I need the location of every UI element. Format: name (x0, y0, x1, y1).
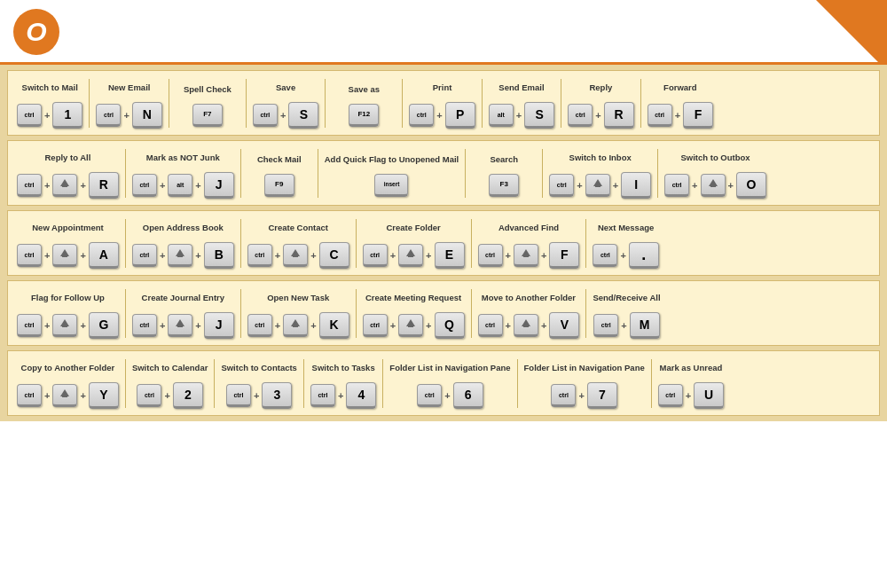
shortcut-item: Switch to Outboxctrl++O (661, 145, 770, 200)
fn-key: F12 (349, 104, 379, 127)
shortcut-item: Folder List in Navigation Panectrl+6 (386, 356, 514, 411)
keys-row: ctrl++K (247, 312, 349, 339)
keys-row: insert (374, 174, 408, 197)
shortcut-item: SearchF3 (468, 147, 539, 199)
shortcut-item: Create Contactctrl++C (244, 216, 353, 270)
ctrl-key: ctrl (658, 384, 683, 407)
shortcut-label: Switch to Mail (22, 77, 78, 98)
keys-row: ctrl++Y (17, 382, 119, 409)
keys-row: ctrl++E (363, 242, 465, 269)
plus-symbol: + (194, 250, 201, 261)
letter-key: 1 (52, 102, 82, 129)
shortcut-item: Advanced Findctrl++F (475, 216, 584, 270)
ctrl-key: ctrl (132, 314, 157, 337)
ctrl-key: ctrl (17, 104, 42, 127)
plus-symbol: + (425, 250, 432, 261)
shortcut-item: Switch to Mailctrl+1 (13, 75, 86, 130)
separator (657, 149, 658, 198)
keys-row: alt+S (489, 102, 554, 129)
logo-letter: O (26, 19, 46, 45)
shortcut-item: Spell CheckF7 (172, 77, 243, 129)
plus-symbol: + (594, 110, 601, 121)
shortcut-label: Search (490, 149, 518, 170)
ctrl-key: ctrl (17, 244, 42, 267)
shortcut-label: New Appointment (32, 217, 103, 239)
plus-symbol: + (310, 250, 317, 261)
letter-key: S (524, 102, 554, 129)
keys-row: ctrl++A (17, 242, 119, 269)
shortcut-item: Send/Receive Allctrl+M (589, 286, 663, 341)
ctrl-key: ctrl (247, 244, 272, 267)
ctrl-key: ctrl (17, 314, 42, 337)
separator (125, 219, 126, 268)
plus-symbol: + (310, 320, 317, 331)
ctrl-key: ctrl (17, 384, 42, 407)
fn-key: F7 (192, 104, 223, 127)
keys-row: ctrl+U (658, 382, 724, 409)
plus-symbol: + (43, 250, 51, 261)
shortcut-item: Switch to Calendarctrl+2 (129, 356, 212, 411)
letter-key: S (288, 102, 318, 129)
keys-row: ctrl+R (568, 102, 633, 129)
ctrl-key: ctrl (551, 384, 576, 407)
shortcut-item: Forwardctrl+F (644, 75, 717, 130)
shortcut-item: Replyctrl+R (564, 75, 637, 130)
shortcut-label: New Email (108, 77, 151, 98)
shift-key (52, 244, 77, 267)
shortcut-row-2: Reply to Allctrl++RMark as NOT Junkctrl+… (7, 140, 880, 206)
plus-symbol: + (194, 320, 201, 331)
shortcut-label: Create Journal Entry (142, 287, 224, 309)
shortcut-label: Print (433, 77, 452, 98)
keys-row: ctrl+4 (310, 382, 376, 409)
shortcut-item: Switch to Inboxctrl++I (546, 145, 655, 200)
letter-key: 2 (173, 382, 203, 409)
keys-row: F9 (264, 174, 294, 197)
shift-key (514, 244, 538, 267)
shortcut-label: Open Address Book (143, 217, 224, 239)
ctrl-key: ctrl (549, 174, 574, 197)
shortcut-label: Switch to Calendar (132, 357, 208, 379)
shortcut-label: Switch to Tasks (312, 357, 375, 379)
shortcut-label: Save (276, 77, 295, 98)
keys-row: ctrl+alt+J (132, 172, 234, 199)
ctrl-key: ctrl (247, 314, 272, 337)
separator (382, 359, 383, 408)
ctrl-key: ctrl (96, 104, 121, 127)
letter-key: 6 (453, 382, 483, 409)
letter-key: M (630, 312, 660, 339)
shortcut-label: Create Contact (268, 217, 328, 239)
separator (125, 359, 126, 408)
keys-row: ctrl++I (549, 172, 651, 199)
shortcut-label: Add Quick Flag to Unopened Mail (325, 149, 459, 170)
separator (542, 149, 543, 198)
letter-key: E (435, 242, 465, 269)
insert-key: insert (374, 174, 408, 197)
shortcut-label: Next Message (598, 217, 654, 239)
shift-key (168, 244, 192, 267)
plus-symbol: + (540, 320, 547, 331)
letter-key: B (204, 242, 234, 269)
shortcut-label: Move to Another Folder (482, 287, 576, 309)
separator (471, 289, 472, 338)
shortcut-label: Copy to Another Folder (21, 357, 115, 379)
shortcut-item: Open New Taskctrl++K (244, 286, 353, 341)
shortcut-label: Mark as NOT Junk (146, 147, 220, 169)
plus-symbol: + (425, 320, 432, 331)
separator (465, 149, 466, 198)
shortcut-label: Reply (589, 77, 612, 98)
keys-row: ctrl++C (247, 242, 349, 269)
separator (356, 289, 357, 338)
ctrl-key: ctrl (478, 244, 503, 267)
letter-key: J (204, 172, 234, 199)
shortcut-row-5: Copy to Another Folderctrl++YSwitch to C… (7, 350, 880, 416)
keys-row: ctrl++G (17, 312, 119, 339)
shortcut-label: Folder List in Navigation Pane (389, 357, 510, 379)
main-content: Switch to Mailctrl+1New Emailctrl+NSpell… (0, 65, 887, 421)
keys-row: ctrl+. (593, 242, 658, 269)
ctrl-key: ctrl (137, 384, 161, 407)
plus-symbol: + (540, 250, 547, 261)
letter-key: N (132, 102, 162, 129)
separator (651, 359, 652, 408)
separator (471, 219, 472, 268)
shift-key (283, 244, 308, 267)
